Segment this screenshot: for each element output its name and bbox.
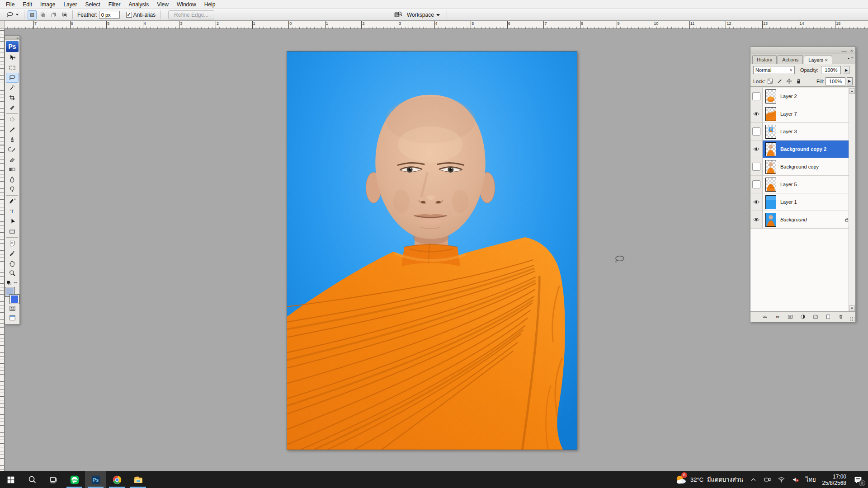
layer-thumbnail[interactable]	[765, 178, 776, 192]
screen-mode-button[interactable]	[6, 313, 19, 323]
taskbar-task-view-button[interactable]	[42, 471, 64, 488]
wifi-icon[interactable]	[778, 476, 785, 483]
weather-widget[interactable]: 6 32°C มีแดดบางส่วน	[675, 474, 743, 486]
layer-thumbnail[interactable]	[765, 107, 776, 121]
taskbar-line-button[interactable]: LINE	[64, 471, 85, 488]
layer-row-background[interactable]: Background	[750, 211, 855, 229]
gradient-tool-button[interactable]	[6, 164, 19, 174]
blend-mode-select[interactable]: Normal ∨	[753, 66, 795, 74]
dodge-tool-button[interactable]	[6, 184, 19, 194]
menu-select[interactable]: Select	[81, 0, 104, 9]
lock-transparency-icon[interactable]	[766, 77, 774, 85]
add-to-selection-button[interactable]	[38, 10, 47, 19]
clonestamp-tool-button[interactable]	[6, 135, 19, 145]
tab-layers[interactable]: Layers ×	[804, 56, 832, 64]
layer-row-background-copy[interactable]: Background copy	[750, 158, 855, 176]
lasso-tool-button[interactable]	[6, 73, 19, 83]
new-layer-button[interactable]	[825, 314, 832, 320]
layer-thumbnail[interactable]	[765, 142, 776, 156]
layer-thumbnail[interactable]	[765, 160, 776, 174]
layer-style-fx-button[interactable]: fx	[774, 314, 782, 320]
tray-overflow-chevron-icon[interactable]	[750, 476, 757, 483]
tab-actions[interactable]: Actions	[778, 55, 803, 64]
blur-tool-button[interactable]	[6, 174, 19, 184]
move-tool-button[interactable]	[6, 53, 19, 63]
brush-tool-button[interactable]	[6, 125, 19, 135]
tool-preset-picker[interactable]	[4, 10, 21, 19]
visibility-toggle[interactable]	[750, 141, 763, 158]
shape-tool-button[interactable]	[6, 226, 19, 236]
lock-all-icon[interactable]	[795, 77, 802, 85]
opacity-value[interactable]: 100%	[821, 66, 841, 74]
lock-move-icon[interactable]	[785, 77, 793, 85]
menu-layer[interactable]: Layer	[59, 0, 81, 9]
workspace-button[interactable]: Workspace	[407, 12, 440, 18]
layer-row-layer-7[interactable]: Layer 7	[750, 105, 855, 123]
layer-thumbnail[interactable]	[765, 213, 776, 227]
action-center-button[interactable]: 2	[853, 475, 863, 485]
layer-row-layer-3[interactable]: Layer 3	[750, 123, 855, 141]
add-mask-button[interactable]	[787, 314, 794, 320]
eyedropper-tool-button[interactable]	[6, 249, 19, 258]
crop-tool-button[interactable]	[6, 93, 19, 103]
visibility-toggle[interactable]	[750, 193, 763, 211]
vertical-ruler[interactable]	[0, 29, 5, 471]
layers-scrollbar[interactable]: ▲ ▼	[849, 88, 855, 312]
fill-spinner[interactable]: ▶	[847, 77, 853, 85]
scroll-down-icon[interactable]: ▼	[849, 305, 855, 311]
slice-tool-button[interactable]	[6, 103, 19, 113]
taskbar-explorer-button[interactable]	[127, 471, 149, 488]
pathselect-tool-button[interactable]	[6, 216, 19, 226]
visibility-toggle[interactable]	[750, 105, 763, 122]
background-color-swatch[interactable]	[10, 295, 19, 304]
healing-tool-button[interactable]	[6, 115, 19, 125]
panel-close-button[interactable]: ×	[850, 48, 853, 53]
pen-tool-button[interactable]	[6, 197, 19, 206]
document-canvas[interactable]	[287, 51, 577, 450]
visibility-toggle[interactable]	[750, 211, 763, 228]
layer-row-background-copy-2[interactable]: Background copy 2	[750, 141, 855, 158]
quickselect-tool-button[interactable]	[6, 83, 19, 93]
layer-thumbnail[interactable]	[765, 195, 776, 209]
feather-input[interactable]	[99, 11, 120, 19]
layer-row-layer-5[interactable]: Layer 5	[750, 176, 855, 193]
refine-edge-button[interactable]: Refine Edge...	[168, 10, 214, 19]
volume-muted-icon[interactable]	[792, 476, 799, 483]
layer-row-layer-2[interactable]: Layer 2	[750, 88, 855, 105]
visibility-toggle[interactable]	[750, 158, 763, 175]
menu-window[interactable]: Window	[173, 0, 200, 9]
intersect-selection-button[interactable]	[60, 10, 69, 19]
marquee-tool-button[interactable]	[6, 63, 19, 73]
opacity-spinner[interactable]: ▶	[844, 66, 849, 74]
visibility-toggle[interactable]	[750, 88, 763, 105]
panel-resize-grip[interactable]	[850, 316, 854, 321]
menu-edit[interactable]: Edit	[19, 0, 36, 9]
panel-minimize-button[interactable]: —	[842, 48, 847, 53]
notes-tool-button[interactable]	[6, 239, 19, 249]
fill-value[interactable]: 100%	[826, 77, 845, 85]
menu-file[interactable]: File	[2, 0, 19, 9]
toolbox-grip[interactable]: »	[5, 36, 19, 40]
taskbar-photoshop-button[interactable]: Ps	[85, 471, 106, 488]
visibility-toggle[interactable]	[750, 123, 763, 140]
taskbar-chrome-button[interactable]	[106, 471, 127, 488]
visibility-toggle[interactable]	[750, 176, 763, 193]
lock-paint-icon[interactable]	[776, 77, 783, 85]
menu-image[interactable]: Image	[36, 0, 59, 9]
adjustment-button[interactable]	[799, 314, 807, 320]
tab-history[interactable]: History	[752, 55, 777, 64]
layer-thumbnail[interactable]	[765, 125, 776, 139]
menu-filter[interactable]: Filter	[104, 0, 125, 9]
horizontal-ruler[interactable]: 76543210123456789101112131415	[0, 21, 868, 29]
taskbar-start-button[interactable]	[0, 471, 21, 488]
language-indicator[interactable]: ไทย	[806, 475, 816, 484]
delete-layer-button[interactable]	[837, 314, 845, 320]
subtract-from-selection-button[interactable]	[49, 10, 58, 19]
swap-colors-icon[interactable]	[13, 280, 18, 286]
link-layers-button[interactable]	[761, 314, 769, 320]
layer-thumbnail[interactable]	[765, 89, 776, 103]
zoom-tool-button[interactable]	[6, 268, 19, 278]
clock[interactable]: 17:00 25/8/2568	[822, 474, 846, 486]
hand-tool-button[interactable]	[6, 258, 19, 268]
scroll-up-icon[interactable]: ▲	[849, 88, 855, 94]
